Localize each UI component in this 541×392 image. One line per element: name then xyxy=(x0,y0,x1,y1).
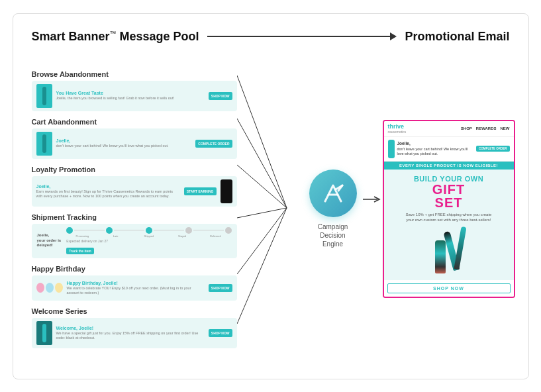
gift-desc: Save 10% + get FREE shipping when you cr… xyxy=(389,212,509,223)
email-banner: EVERY SINGLE PRODUCT IS NOW ELIGIBLE! xyxy=(384,162,514,170)
arrow-head xyxy=(390,32,397,40)
card-thumb-tube-cart xyxy=(42,134,46,153)
pool-item-label-birthday: Happy Birthday xyxy=(32,265,237,273)
engine-circle xyxy=(309,170,357,217)
content-row: Browse Abandonment You Have Great Taste … xyxy=(32,56,510,363)
hero-tube xyxy=(388,140,395,158)
right-arrow-svg xyxy=(363,195,383,203)
mascara-icon xyxy=(221,179,232,203)
product-eyeliner xyxy=(454,226,466,270)
message-pool: Browse Abandonment You Have Great Taste … xyxy=(32,70,237,348)
card-sub-welcome: We have a special gift just for you. Enj… xyxy=(56,331,205,340)
gift-title-gift: GIFT xyxy=(389,183,509,196)
step-label-1: Processing xyxy=(66,234,98,238)
email-footer-cta: SHOP NOW xyxy=(384,280,514,297)
header-left: Smart Banner™ Message Pool xyxy=(32,30,199,44)
engine-icon-svg xyxy=(320,180,346,207)
pool-card-browse: You Have Great Taste Joelle, the item yo… xyxy=(32,81,237,111)
email-gift-section: BUILD YOUR OWN GIFT SET Save 10% + get F… xyxy=(384,170,514,281)
hero-msg-text: don't leave your cart behind! We know yo… xyxy=(397,147,473,156)
email-hero-msg: Joelle, don't leave your cart behind! We… xyxy=(384,137,514,162)
nav-new: NEW xyxy=(501,126,510,130)
lipstick-shape xyxy=(435,240,446,273)
svg-line-4 xyxy=(237,208,287,274)
card-sub-cart: don't leave your cart behind! We know yo… xyxy=(56,144,192,148)
pool-card-cart: Joelle, don't leave your cart behind! We… xyxy=(32,128,237,159)
pool-card-birthday: Happy Birthday, Joelle! We want to celeb… xyxy=(32,275,237,301)
hero-cta-btn: COMPLETE ORDER xyxy=(476,146,510,152)
dot2 xyxy=(106,227,113,234)
step-labels: Processing Late Shipped Stayed Delivered xyxy=(66,234,231,238)
line4 xyxy=(193,230,224,230)
pool-item-label-loyalty: Loyalty Promotion xyxy=(32,166,237,173)
dot1 xyxy=(66,227,73,234)
card-title-welcome: Welcome, Joelle! xyxy=(56,325,205,331)
header-right: Promotional Email xyxy=(405,30,509,44)
pool-card-welcome: Welcome, Joelle! We have a special gift … xyxy=(32,318,237,348)
card-sub-birthday: We want to celebrate YOU! Enjoy $10 off … xyxy=(67,286,205,295)
brand-name: thrive xyxy=(388,124,407,130)
footer-shop-btn: SHOP NOW xyxy=(387,283,511,293)
nav-links: SHOP REWARDS NEW xyxy=(461,126,510,130)
nav-rewards: REWARDS xyxy=(476,126,497,130)
email-preview: thrive causemetics SHOP REWARDS NEW Joel… xyxy=(383,120,515,299)
hero-name: Joelle, xyxy=(397,141,473,146)
header-arrow xyxy=(207,32,397,40)
dot5 xyxy=(225,227,232,234)
email-header: thrive causemetics SHOP REWARDS NEW xyxy=(384,121,514,137)
track-btn: Track the item xyxy=(66,248,94,254)
pool-item-label-welcome: Welcome Series xyxy=(32,307,237,315)
card-btn-cart: COMPLETE ORDER xyxy=(195,140,232,148)
balloon-blue xyxy=(46,283,54,293)
tracking-text: Joelle,your order isdelayed! xyxy=(37,233,62,248)
gift-products xyxy=(389,226,509,273)
tm-symbol: ™ xyxy=(110,30,117,37)
dot4 xyxy=(185,227,192,234)
product-lipstick xyxy=(435,240,446,273)
nav-shop: SHOP xyxy=(461,126,472,130)
card-thumb-browse xyxy=(36,84,52,108)
card-content-browse: You Have Great Taste Joelle, the item yo… xyxy=(56,90,205,101)
gift-title-build: BUILD YOUR OWN xyxy=(389,175,509,183)
step-dots xyxy=(66,227,231,234)
pool-item-label-tracking: Shipment Tracking xyxy=(32,213,237,221)
svg-line-5 xyxy=(237,208,287,324)
svg-line-2 xyxy=(237,165,287,208)
card-title-birthday: Happy Birthday, Joelle! xyxy=(67,280,205,286)
card-thumb-welcome xyxy=(36,321,52,345)
engine-to-email-arrow xyxy=(363,195,383,203)
pool-card-loyalty: Joelle, Earn rewards on first beauty! Si… xyxy=(32,176,237,207)
brand-label: Smart Banner xyxy=(32,30,110,43)
card-thumb-tube-welcome xyxy=(42,324,46,342)
arrow-shaft xyxy=(207,36,391,37)
svg-line-1 xyxy=(237,119,287,208)
svg-line-0 xyxy=(237,75,287,208)
svg-line-3 xyxy=(237,208,287,218)
step-label-4: Stayed xyxy=(166,234,198,238)
pool-item-birthday: Happy Birthday Happy Birthday, Joelle! W… xyxy=(32,265,237,301)
connectors-svg xyxy=(237,56,303,360)
line3 xyxy=(154,230,184,230)
card-btn-loyalty: START EARNING xyxy=(184,187,217,195)
step-label-3: Shipped xyxy=(133,234,165,238)
card-title-browse: You Have Great Taste xyxy=(56,90,205,96)
card-content-welcome: Welcome, Joelle! We have a special gift … xyxy=(56,325,205,340)
connector-area xyxy=(237,56,303,363)
line1 xyxy=(74,230,105,230)
brand-sub: causemetics xyxy=(388,130,407,134)
line2 xyxy=(114,230,144,230)
step-label-5: Delivered xyxy=(199,234,231,238)
balloon-yellow xyxy=(55,283,63,293)
pool-item-label-browse: Browse Abandonment xyxy=(32,70,237,78)
card-thumb-tube xyxy=(42,87,46,105)
card-btn-birthday: SHOP NOW xyxy=(209,284,232,292)
pool-item-welcome: Welcome Series Welcome, Joelle! We have … xyxy=(32,307,237,348)
card-btn-browse: SHOP NOW xyxy=(209,92,232,100)
card-sub-browse: Joelle, the item you browsed is selling … xyxy=(56,96,205,101)
balloon-pink xyxy=(36,283,44,293)
header-row: Smart Banner™ Message Pool Promotional E… xyxy=(32,30,510,44)
pool-item-cart: Cart Abandonment Joelle, don't leave you… xyxy=(32,118,237,159)
pool-item-label-cart: Cart Abandonment xyxy=(32,118,237,126)
main-container: Smart Banner™ Message Pool Promotional E… xyxy=(13,13,529,379)
message-pool-label: Message Pool xyxy=(120,30,199,43)
